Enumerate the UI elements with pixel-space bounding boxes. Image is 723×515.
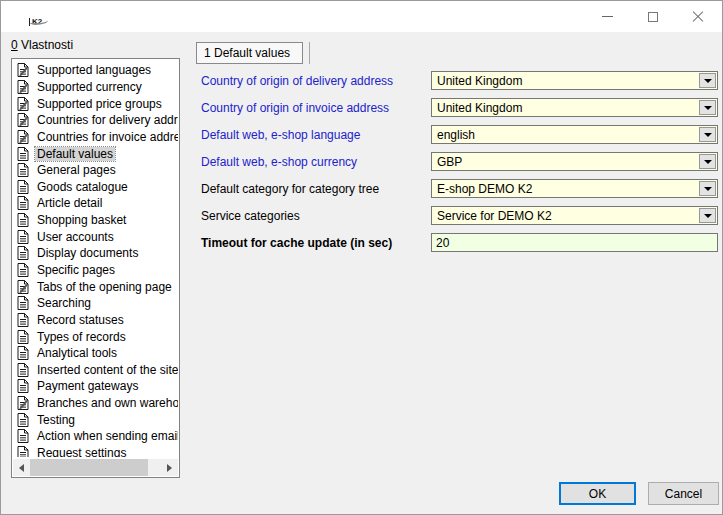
doc-icon (17, 429, 30, 443)
titlebar: K2 (1, 1, 722, 32)
list-item[interactable]: Testing (13, 411, 178, 428)
combo-value: United Kingdom (437, 101, 695, 115)
combo-dropdown-button[interactable] (699, 73, 716, 88)
list-item[interactable]: Article detail (13, 195, 178, 212)
list-item[interactable]: Request settings (13, 445, 178, 457)
minimize-icon (602, 16, 613, 17)
combo-value: United Kingdom (437, 74, 695, 88)
scroll-right-button[interactable] (161, 459, 178, 476)
k2-logo-swoosh (30, 18, 48, 25)
doc-icon (17, 330, 30, 344)
k2-logo-icon: K2 (29, 10, 55, 27)
properties-list-items: Supported languages Supported currency (13, 62, 178, 457)
list-item[interactable]: User accounts (13, 228, 178, 245)
doc-edit-icon (17, 280, 30, 294)
form-row: Service categories Service for DEMO K2 (201, 202, 718, 229)
combo-value: GBP (437, 155, 695, 169)
form-row: Default web, e-shop currency GBP (201, 148, 718, 175)
doc-icon (17, 446, 30, 457)
list-item[interactable]: Default values (13, 145, 178, 162)
chevron-down-icon (704, 160, 712, 164)
list-item[interactable]: Branches and own warehouses (13, 395, 178, 412)
combo-dropdown-button[interactable] (699, 154, 716, 169)
horizontal-scrollbar[interactable] (13, 459, 178, 476)
form-row: Timeout for cache update (in sec) (201, 229, 718, 256)
doc-icon (17, 346, 30, 360)
list-item[interactable]: Payment gateways (13, 378, 178, 395)
form-row: Country of origin of delivery address Un… (201, 67, 718, 94)
tab-default-values[interactable]: 1 Default values (196, 42, 303, 64)
doc-edit-icon (17, 113, 30, 127)
combo-box[interactable]: United Kingdom (431, 98, 718, 117)
combo-dropdown-button[interactable] (699, 127, 716, 142)
doc-icon (17, 263, 30, 277)
doc-icon (17, 363, 30, 377)
doc-icon (17, 213, 30, 227)
cancel-button[interactable]: Cancel (648, 482, 719, 505)
field-label: Default category for category tree (201, 182, 431, 196)
field-label: Service categories (201, 209, 431, 223)
field-label: Default web, e-shop currency (201, 155, 431, 169)
doc-icon (17, 379, 30, 393)
doc-icon (17, 413, 30, 427)
combo-box[interactable]: Service for DEMO K2 (431, 206, 718, 225)
list-item[interactable]: Action when sending email (13, 428, 178, 445)
scroll-right-icon (167, 464, 172, 472)
settings-form: Country of origin of delivery address Un… (201, 67, 718, 256)
doc-icon (17, 147, 30, 161)
chevron-down-icon (704, 187, 712, 191)
list-item[interactable]: Display documents (13, 245, 178, 262)
field-label: Default web, e-shop language (201, 128, 431, 142)
text-input[interactable] (431, 233, 718, 252)
close-icon (692, 11, 704, 23)
field-label: Timeout for cache update (in sec) (201, 236, 431, 250)
list-item[interactable]: Record statuses (13, 312, 178, 329)
doc-icon (17, 246, 30, 260)
form-row: Country of origin of invoice address Uni… (201, 94, 718, 121)
doc-icon (17, 180, 30, 194)
combo-dropdown-button[interactable] (699, 208, 716, 223)
chevron-down-icon (704, 79, 712, 83)
chevron-down-icon (704, 106, 712, 110)
tabstrip-divider (309, 42, 310, 64)
list-item[interactable]: Specific pages (13, 262, 178, 279)
scrollbar-track[interactable] (30, 459, 161, 476)
combo-box[interactable]: english (431, 125, 718, 144)
ok-button[interactable]: OK (559, 482, 636, 505)
list-item[interactable]: Goods catalogue (13, 178, 178, 195)
combo-box[interactable]: GBP (431, 152, 718, 171)
chevron-down-icon (704, 214, 712, 218)
list-item[interactable]: Supported price groups (13, 95, 178, 112)
form-row: Default web, e-shop language english (201, 121, 718, 148)
list-item[interactable]: Types of records (13, 328, 178, 345)
list-item[interactable]: Supported currency (13, 79, 178, 96)
form-row: Default category for category tree E-sho… (201, 175, 718, 202)
close-button[interactable] (675, 1, 720, 32)
doc-icon (17, 163, 30, 177)
combo-dropdown-button[interactable] (699, 181, 716, 196)
list-item[interactable]: Tabs of the opening page (13, 278, 178, 295)
chevron-down-icon (704, 133, 712, 137)
scrollbar-thumb[interactable] (30, 459, 148, 476)
maximize-button[interactable] (630, 1, 675, 32)
list-item[interactable]: Supported languages (13, 62, 178, 79)
list-item[interactable]: Countries for invoice addresses (13, 129, 178, 146)
combo-dropdown-button[interactable] (699, 100, 716, 115)
list-item[interactable]: General pages (13, 162, 178, 179)
list-item[interactable]: Analytical tools (13, 345, 178, 362)
minimize-button[interactable] (585, 1, 630, 32)
list-item[interactable]: Inserted content of the sites (13, 362, 178, 379)
field-label: Country of origin of delivery address (201, 74, 431, 88)
scroll-left-button[interactable] (13, 459, 30, 476)
list-item[interactable]: Shopping basket (13, 212, 178, 229)
list-item[interactable]: Searching (13, 295, 178, 312)
doc-icon (17, 230, 30, 244)
combo-box[interactable]: E-shop DEMO K2 (431, 179, 718, 198)
doc-edit-icon (17, 396, 30, 410)
properties-list: Supported languages Supported currency (11, 58, 180, 478)
properties-list-header: 0 Vlastnosti (11, 38, 73, 52)
combo-box[interactable]: United Kingdom (431, 71, 718, 90)
properties-label: Vlastnosti (18, 38, 73, 52)
properties-accesskey: 0 (11, 38, 18, 52)
list-item[interactable]: Countries for delivery addresses (13, 112, 178, 129)
